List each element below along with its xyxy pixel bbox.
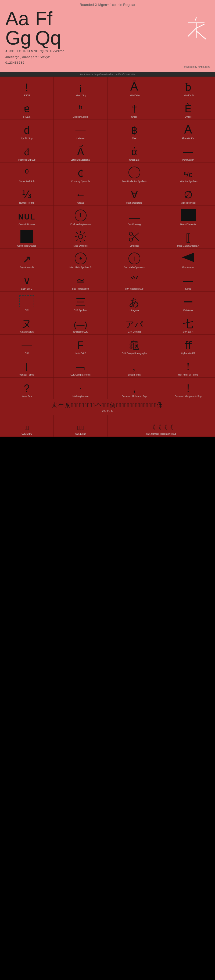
glyph-label-mathops: Math Operators — [126, 202, 142, 204]
glyph-symbol-suppunct: ≃ — [76, 275, 85, 286]
svg-marker-13 — [182, 253, 194, 262]
glyph-cell-smallforms: ﹐ Small Forms — [107, 356, 161, 378]
glyph-label-miscmathb: Misc Math Symbols B — [70, 266, 92, 269]
glyph-label-phoneticextsup: Phonetic Ext Sup — [18, 159, 35, 161]
glyph-label-cjkcompat: CJK Compat — [127, 331, 140, 333]
glyph-cell-enclosedalnum sup: , Enclosed Alphanum Sup — [107, 378, 161, 399]
glyph-cell-cjkcompatideosup: 《《《《 CJK Compat Ideographic Sup — [107, 415, 215, 437]
glyph-label-mathalpha: Math Alphanum — [73, 395, 88, 398]
glyph-cell-eic: EIC — [0, 292, 54, 313]
glyph-label-supmatops: Sup Math Operators — [124, 266, 145, 269]
glyph-symbol-miscmatha: ⟦ — [186, 233, 191, 243]
glyph-symbol-cjk: — — [22, 340, 32, 350]
glyph-symbol-phoneticext: A — [184, 124, 192, 135]
glyph-label-cjkcompatideosup: CJK Compat Ideographic Sup — [146, 433, 176, 435]
glyph-cell-ipaext: ɐ IPA Ext — [0, 98, 54, 120]
glyph-label-punctuation: Punctuation — [182, 159, 194, 161]
glyph-symbol-latinextc: ∨ — [23, 275, 31, 286]
svg-point-9 — [129, 232, 132, 235]
glyph-symbol-cjksymbols: 三 — [75, 297, 86, 307]
glyph-symbol-latin1sup: ¡ — [79, 82, 82, 92]
glyph-label-ipaext: IPA Ext — [23, 116, 30, 118]
glyph-label-cjkextc: CJK Ext C — [21, 433, 32, 435]
glyph-label-suppunct: Sup Punctuation — [72, 288, 89, 290]
glyph-cell-letterlike: ª/c Letterlike Symbols — [161, 163, 215, 184]
glyph-label-miscsymbols: Misc Symbols — [73, 245, 88, 247]
glyph-cell-cyrillicsup: d Cyrillic Sup — [0, 120, 54, 141]
glyph-label-suparrowsb: Sup Arrows B — [20, 266, 34, 269]
glyph-cell-cjkcompatideo: 龜 CJK Compat Ideographs — [107, 335, 161, 356]
glyph-symbol-numberforms: ⅓ — [22, 190, 32, 200]
glyph-cell-verticalforms: ︱ Vertical Forms — [0, 356, 54, 378]
alphabet-lower: abcdefghijklmnopqrstuvwxyz — [5, 55, 210, 59]
glyph-label-arrows: Arrows — [77, 202, 84, 204]
glyph-cell-latin1sup: ¡ Latin-1 Sup — [54, 77, 107, 98]
glyph-symbol-cyrillicsup: d — [24, 125, 30, 135]
glyph-symbol-arrows: ← — [75, 190, 86, 200]
glyph-symbol-diacriticals — [129, 167, 140, 178]
glyph-label-enclosedcjk: Enclosed CJK — [73, 331, 88, 333]
glyph-cell-cjksymbols: 三 CJK Symbols — [54, 292, 107, 313]
glyph-cell-miscsymbols: Misc Symbols — [54, 227, 107, 249]
svg-point-10 — [129, 238, 132, 241]
glyph-label-smallforms: Small Forms — [128, 374, 141, 376]
glyph-symbol-misctech: ∅ — [184, 190, 193, 200]
glyph-symbol-cjkextd: 𫠠𫠡𫠢 — [77, 425, 84, 431]
glyph-label-greekext: Greek Ext — [129, 159, 140, 161]
glyph-cell-misctech: ∅ Misc Technical — [161, 184, 215, 206]
glyph-label-boxdrawing: Box Drawing — [127, 223, 140, 226]
digits: 0123456789 — [5, 60, 210, 65]
glyph-symbol-miscsymbols — [75, 231, 87, 243]
glyph-label-hiragana: Hiragana — [129, 309, 139, 312]
glyph-label-numberforms: Number Forms — [19, 202, 34, 204]
glyph-cell-diacriticals: Diacriticals For Symbols — [107, 163, 161, 184]
glyph-symbol-letterlike: ª/c — [184, 171, 193, 178]
glyph-label-modletters: Modifier Letters — [73, 116, 88, 118]
glyph-cell-suppunct: ≃ Sup Punctuation — [54, 270, 107, 292]
glyph-symbol-boxdrawing — [129, 218, 140, 219]
glyph-cell-latinextd: F Latin Ext D — [54, 335, 107, 356]
glyph-symbol-miscmathb — [75, 253, 86, 264]
glyph-cell-arrows: ← Arrows — [54, 184, 107, 206]
glyph-symbol-suparrowsb: ↗ — [22, 254, 31, 264]
svg-line-5 — [76, 232, 78, 234]
glyph-cell-halffulforms: ！ Half And Full Forms — [161, 356, 215, 378]
glyph-cell-controlpics: NUL Control Pictures — [0, 206, 54, 227]
glyph-label-cyrillicsup: Cyrillic Sup — [21, 137, 32, 140]
glyph-symbol-geoshapes — [21, 230, 33, 243]
glyph-symbol-kanasup: ? — [24, 383, 30, 393]
header-title: Rounded-X Mgen+ 1cp thin Regular — [5, 3, 210, 7]
glyph-label-eic: EIC — [25, 309, 29, 312]
glyph-cell-cjkcompatforms: ﹁ CJK Compat Forms — [54, 356, 107, 378]
glyph-symbol-latinexta: Ā — [131, 81, 138, 92]
glyph-cell-enclosedcjk: (—) Enclosed CJK — [54, 313, 107, 335]
glyph-cell-kanasup: ? Kana Sup — [0, 378, 54, 399]
glyph-symbol-punctuation: — — [183, 147, 193, 157]
glyph-label-currency: Currency Symbols — [71, 180, 90, 183]
glyph-label-dingbats: Dingbats — [130, 245, 139, 247]
glyph-symbol-currency: ₵ — [77, 168, 84, 178]
glyph-cell-latinextb: ƀ Latin Ext B — [161, 77, 215, 98]
glyph-label-kanasup: Kana Sup — [22, 395, 32, 398]
glyph-symbol-cjkcompatideosup: 《《《《 — [150, 423, 173, 431]
glyph-cell-latinextc: ∨ Latin Ext C — [0, 270, 54, 292]
glyph-cell-geoshapes: Geometric Shapes — [0, 227, 54, 249]
glyph-cell-modletters: ʰ Modifier Letters — [54, 98, 107, 120]
glyph-cell-suparrowsb: ↗ Sup Arrows B — [0, 249, 54, 270]
glyph-cell-numberforms: ⅓ Number Forms — [0, 184, 54, 206]
glyph-symbol-enclosedalpha: 1 — [75, 210, 86, 221]
glyph-label-cjkcompatideo: CJK Compat Ideographs — [122, 352, 147, 355]
alphabet-upper: ABCDEFGHIJKLMNOPQRSTUVWXYZ — [5, 49, 210, 54]
glyph-label-latinextd: Latin Ext D — [75, 352, 86, 355]
svg-line-8 — [76, 240, 78, 241]
glyph-cell-hiragana: あ Hiragana — [107, 292, 161, 313]
glyph-symbol-phoneticextsup: ᵭ — [24, 147, 29, 157]
glyph-label-controlpics: Control Pictures — [19, 223, 35, 226]
glyph-cell-cjkcompat: アパ CJK Compat — [107, 313, 161, 335]
glyph-cell-kanje: — Kanje — [161, 270, 215, 292]
glyph-label-thai: Thai — [132, 137, 137, 140]
glyph-label-latinextc: Latin Ext C — [21, 288, 32, 290]
glyph-symbol-katakanaext: ヌ — [21, 318, 32, 329]
glyph-cell-cjkextb: 𠀋𠂉𠂢𠂹𠃌𠃍𠄢𠄣𠄤𠅁𠅒𠅤𠆢𠆣𠇬𠈌𠈓𠈨𠈺𠉊𠉍𠊊𠊺𠋅𠋌𠋕𠋗𠋙𠋺𠌂𠌶𠍲𠍱 CJK Ex… — [0, 399, 215, 415]
glyph-symbol-smallforms: ﹐ — [129, 361, 140, 372]
